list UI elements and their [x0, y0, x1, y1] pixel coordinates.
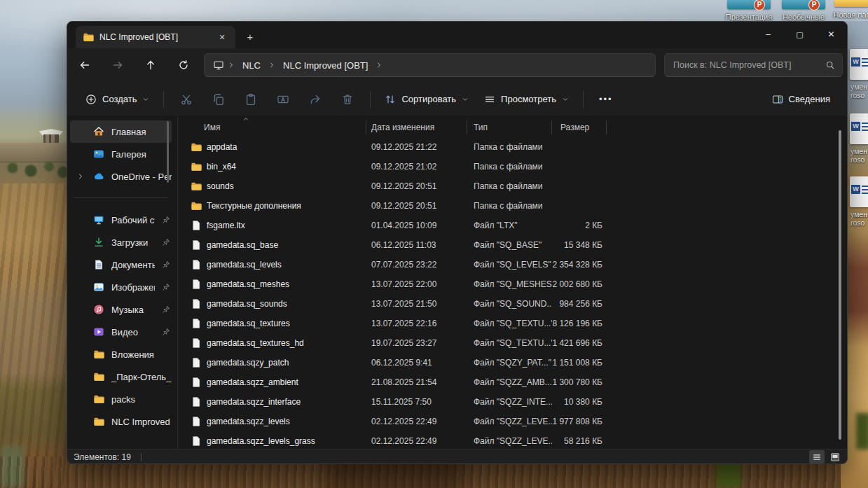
view-toggle-group: [809, 450, 843, 463]
table-row[interactable]: gamedata.sqzz_levels_grass 02.12.2025 22…: [178, 431, 847, 449]
details-view-button[interactable]: [809, 450, 825, 463]
desktop-icon-neobychnye[interactable]: P Необычные: [778, 0, 829, 21]
back-button[interactable]: [73, 53, 97, 77]
sidebar-item-packs[interactable]: packs: [70, 388, 172, 410]
rename-button[interactable]: [270, 88, 296, 111]
table-row[interactable]: gamedata.sq_sounds 13.07.2025 21:50Файл …: [178, 294, 847, 314]
sort-arrows-icon: [385, 94, 396, 105]
sidebar-item-pictures[interactable]: Изображени: [70, 276, 172, 298]
close-button[interactable]: ✕: [815, 22, 847, 47]
word-doc-label-fragment: умен: [850, 147, 868, 155]
word-doc-lines: [862, 186, 868, 194]
sidebar-item-park-otel[interactable]: _Парк-Отель_К: [70, 365, 172, 388]
tab-close-button[interactable]: ✕: [216, 31, 228, 43]
folder-icon: [191, 181, 202, 192]
column-header-date[interactable]: Дата изменения: [366, 120, 467, 134]
table-row[interactable]: gamedata.sq_textures 13.07.2025 22:16Фай…: [178, 314, 847, 333]
sidebar-item-downloads[interactable]: Загрузки: [70, 231, 172, 253]
table-row[interactable]: gamedata.sq_meshes 13.07.2025 22:00Файл …: [178, 274, 847, 294]
pictures-icon: [93, 281, 104, 293]
breadcrumb-nlc-improved[interactable]: NLC Improved [OBT]: [279, 59, 372, 72]
sidebar-item-nlc-improved[interactable]: NLC Improved [: [70, 410, 172, 433]
column-header-type[interactable]: Тип: [467, 120, 552, 134]
view-lines-icon: [484, 94, 495, 105]
table-row[interactable]: Текстурные дополнения 09.12.2025 20:51Па…: [178, 196, 847, 216]
folder-icon: [93, 349, 104, 360]
more-options-button[interactable]: •••: [591, 89, 621, 109]
file-icon: [191, 416, 202, 427]
column-header-size[interactable]: Размер: [552, 120, 607, 134]
sidebar-item-documents[interactable]: Документы: [70, 253, 172, 276]
table-row[interactable]: gamedata.sqzz_ambient 21.08.2025 21:54Фа…: [178, 372, 847, 392]
sidebar-item-music[interactable]: Музыка: [70, 298, 172, 321]
pin-icon: [162, 238, 170, 246]
address-bar[interactable]: NLC NLC Improved [OBT]: [204, 53, 656, 77]
desktop-icon-presentation[interactable]: P Презентация: [723, 0, 775, 21]
sidebar-item-gallery[interactable]: Галерея: [70, 143, 172, 165]
chevron-right-icon[interactable]: [76, 172, 85, 181]
tab-nlc-improved[interactable]: NLC Improved [OBT] ✕: [76, 26, 235, 48]
column-header-name[interactable]: Имя: [178, 120, 366, 134]
sidebar-item-vlozheniya[interactable]: Вложения: [70, 343, 172, 365]
table-row[interactable]: gamedata.sq_base 06.12.2025 11:03Файл "S…: [178, 235, 847, 255]
table-row[interactable]: gamedata.sqzz_interface 15.11.2025 7:50Ф…: [178, 392, 847, 412]
desktop-icon-new-folder[interactable]: Новая пап: [831, 0, 868, 19]
view-label: Просмотреть: [501, 94, 556, 104]
table-row[interactable]: gamedata.sq_levels 07.07.2025 23:22Файл …: [178, 255, 847, 274]
minimize-button[interactable]: –: [752, 22, 784, 47]
file-list-scrollbar[interactable]: [839, 130, 841, 440]
cut-button[interactable]: [173, 88, 200, 111]
search-input[interactable]: [673, 60, 825, 70]
desktop-icon-word-document[interactable]: W: [850, 113, 868, 144]
tab-strip: NLC Improved [OBT] ✕ + – ▢ ✕: [67, 22, 847, 48]
up-button[interactable]: [139, 53, 163, 77]
large-icons-view-button[interactable]: [827, 450, 843, 463]
music-icon: [93, 304, 104, 315]
file-list: Имя Дата изменения Тип Размер appdata 09…: [178, 117, 847, 449]
table-row[interactable]: gamedata.sq_textures_hd 19.07.2025 23:27…: [178, 333, 847, 353]
powerpoint-file-icon: P: [782, 0, 825, 9]
table-row[interactable]: bin_x64 09.12.2025 21:02Папка с файлами: [178, 157, 847, 176]
statusbar-divider: [141, 453, 142, 461]
file-icon: [191, 377, 202, 388]
folder-icon: [834, 0, 868, 7]
this-pc-icon[interactable]: [213, 60, 224, 71]
word-doc-label-fragment: умен: [850, 210, 868, 218]
forward-button[interactable]: [106, 53, 130, 77]
pin-icon: [162, 216, 170, 224]
table-row[interactable]: appdata 09.12.2025 21:22Папка с файлами: [178, 137, 847, 157]
delete-button[interactable]: [334, 88, 361, 111]
desktop-icon-word-document[interactable]: W: [850, 49, 868, 80]
sidebar-item-videos[interactable]: Видео: [70, 321, 172, 343]
sidebar-item-onedrive[interactable]: OneDrive - Pers: [70, 165, 172, 188]
sort-button[interactable]: Сортировать: [378, 89, 476, 110]
background-cliff-left: [0, 183, 67, 488]
chevron-right-icon: [375, 61, 383, 69]
table-row[interactable]: sounds 09.12.2025 20:51Папка с файлами: [178, 176, 847, 196]
plus-circle-icon: [85, 94, 97, 105]
sidebar-item-desktop[interactable]: Рабочий сто: [70, 209, 172, 231]
refresh-button[interactable]: [172, 53, 195, 77]
copy-button[interactable]: [205, 88, 232, 111]
table-row[interactable]: gamedata.sqzy_patch 06.12.2025 9:41Файл …: [178, 353, 847, 372]
word-doc-label-fragment: roso: [850, 218, 868, 227]
pin-icon: [162, 283, 170, 291]
sidebar-scrollbar[interactable]: [167, 121, 169, 183]
breadcrumb-nlc[interactable]: NLC: [238, 59, 265, 72]
sidebar-item-home[interactable]: Главная: [70, 120, 172, 143]
desktop-icon-label: Новая пап: [831, 11, 868, 19]
search-icon[interactable]: [825, 60, 835, 70]
table-row[interactable]: fsgame.ltx 01.04.2025 10:09Файл "LTX"2 К…: [178, 216, 847, 235]
details-pane-button[interactable]: Сведения: [766, 89, 836, 110]
share-button[interactable]: [302, 88, 329, 111]
gallery-icon: [93, 148, 104, 160]
toolbar-divider: [163, 91, 164, 108]
maximize-button[interactable]: ▢: [784, 22, 815, 47]
paste-button[interactable]: [237, 88, 264, 111]
create-button[interactable]: Создать: [78, 89, 156, 110]
background-bush-right: [856, 413, 868, 449]
table-row[interactable]: gamedata.sqzz_levels 02.12.2025 22:49Фай…: [178, 412, 847, 431]
view-button[interactable]: Просмотреть: [477, 89, 576, 110]
new-tab-button[interactable]: +: [240, 27, 261, 47]
desktop-icon-word-document[interactable]: W: [850, 176, 868, 207]
